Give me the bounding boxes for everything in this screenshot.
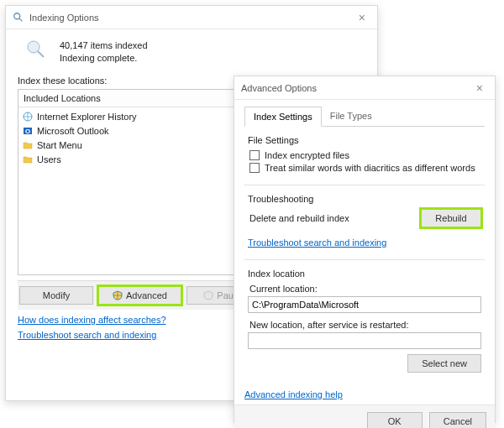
list-item-label: Internet Explorer History (37, 112, 266, 122)
rebuild-button[interactable]: Rebuild (421, 209, 481, 227)
file-settings-group: File Settings Index encrypted files Trea… (244, 135, 485, 173)
troubleshooting-group: Troubleshooting Delete and rebuild index… (244, 194, 485, 248)
advanced-button-label: Advanced (126, 290, 167, 300)
link-how-indexing[interactable]: How does indexing affect searches? (18, 315, 166, 325)
window-title: Indexing Options (29, 13, 354, 23)
tab-file-types[interactable]: File Types (322, 107, 381, 126)
titlebar-advanced: Advanced Options × (234, 76, 495, 100)
folder-icon (22, 154, 34, 164)
tab-index-settings[interactable]: Index Settings (244, 107, 322, 127)
advanced-button[interactable]: Advanced (98, 286, 181, 305)
globe-icon (22, 112, 34, 122)
svg-point-0 (14, 13, 20, 18)
checkbox-diacritics-row[interactable]: Treat similar words with diacritics as d… (249, 163, 481, 173)
folder-icon (22, 140, 34, 150)
svg-line-1 (19, 18, 23, 21)
col-included: Included Locations (18, 90, 268, 107)
index-location-label: Index location (248, 269, 481, 279)
close-icon[interactable]: × (471, 80, 488, 97)
modify-button[interactable]: Modify (19, 286, 93, 305)
svg-text:O: O (25, 128, 30, 135)
dialog-footer: OK Cancel (234, 405, 495, 428)
file-settings-label: File Settings (248, 135, 481, 145)
checkbox-encrypted[interactable] (249, 150, 260, 160)
checkbox-diacritics-label: Treat similar words with diacritics as d… (265, 163, 475, 173)
link-troubleshoot[interactable]: Troubleshoot search and indexing (18, 330, 156, 340)
cancel-button[interactable]: Cancel (429, 412, 486, 428)
index-location-group: Index location Current location: New loc… (244, 269, 485, 373)
checkbox-diacritics[interactable] (249, 163, 260, 173)
tabs: Index Settings File Types (244, 107, 485, 127)
close-icon[interactable]: × (354, 9, 370, 26)
shield-icon (203, 290, 213, 300)
current-location-input[interactable] (248, 296, 481, 313)
shield-icon (113, 290, 123, 300)
indexing-status-text: Indexing complete. (60, 53, 148, 63)
new-location-input[interactable] (248, 332, 481, 349)
titlebar-indexing: Indexing Options × (6, 6, 377, 29)
outlook-icon: O (22, 126, 34, 136)
svg-point-2 (28, 41, 39, 53)
checkbox-encrypted-label: Index encrypted files (265, 150, 349, 160)
troubleshooting-label: Troubleshooting (248, 194, 481, 204)
delete-rebuild-label: Delete and rebuild index (249, 213, 349, 223)
items-indexed-text: 40,147 items indexed (60, 40, 148, 50)
advanced-content: Index Settings File Types File Settings … (234, 100, 495, 405)
indexing-icon (13, 12, 24, 23)
list-item-label: Users (37, 154, 266, 164)
link-advanced-help[interactable]: Advanced indexing help (244, 389, 343, 399)
checkbox-encrypted-row[interactable]: Index encrypted files (249, 150, 481, 160)
list-item-label: Microsoft Outlook (37, 126, 266, 136)
svg-line-3 (38, 51, 44, 57)
select-new-button[interactable]: Select new (407, 354, 481, 373)
new-location-label: New location, after service is restarted… (249, 320, 481, 330)
window-title: Advanced Options (241, 83, 471, 93)
advanced-options-window: Advanced Options × Index Settings File T… (234, 76, 496, 423)
ok-button[interactable]: OK (367, 412, 423, 428)
list-item-label: Start Menu (37, 140, 266, 150)
current-location-label: Current location: (249, 284, 481, 294)
link-troubleshoot[interactable]: Troubleshoot search and indexing (248, 237, 386, 248)
indexing-big-icon (24, 38, 48, 61)
